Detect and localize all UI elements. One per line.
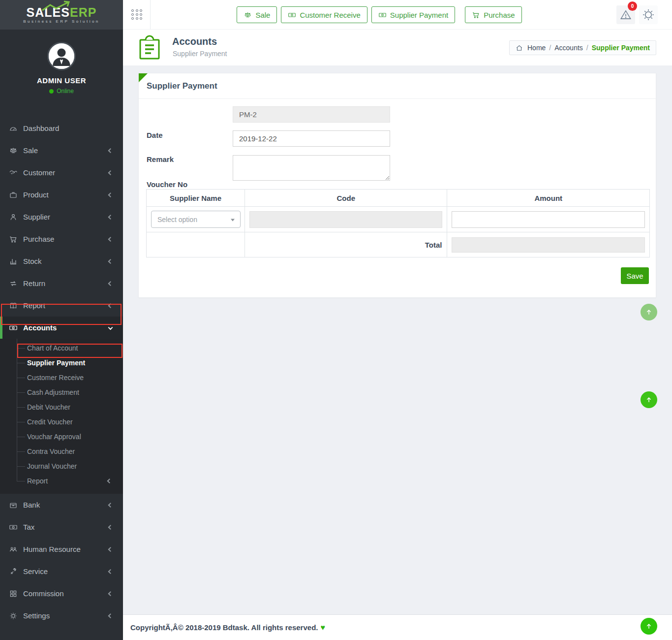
submenu-item-customer-receive[interactable]: Customer Receive xyxy=(0,370,123,385)
sidebar-item-label: Dashboard xyxy=(23,124,59,132)
brand-title: SALESERP xyxy=(27,6,97,18)
save-button[interactable]: Save xyxy=(621,267,649,284)
money-icon xyxy=(9,323,18,332)
scroll-to-top-button[interactable] xyxy=(641,304,657,320)
sidebar-item-purchase[interactable]: Purchase xyxy=(0,228,123,250)
submenu-item-supplier-payment[interactable]: Supplier Payment xyxy=(0,355,123,370)
submenu-item-report[interactable]: Report xyxy=(0,474,123,488)
user-status: Online xyxy=(0,88,123,95)
chevron-left-icon xyxy=(108,192,113,197)
brand-tagline: Business ERP Solution xyxy=(23,19,100,24)
breadcrumb: Home / Accounts / Supplier Payment xyxy=(509,40,656,55)
accounts-submenu: Chart of Account Supplier Payment Custom… xyxy=(0,339,123,494)
sidebar-item-human-resource[interactable]: Human Resource xyxy=(0,538,123,560)
arrow-up-icon xyxy=(645,396,653,404)
chevron-left-icon xyxy=(108,525,113,530)
user-profile: ADMIN USER Online xyxy=(0,42,123,117)
sidebar-item-return[interactable]: Return xyxy=(0,272,123,294)
arrow-up-icon xyxy=(645,622,653,630)
sidebar-item-dashboard[interactable]: Dashboard xyxy=(0,117,123,139)
topbar: Sale Customer Receive Supplier Payment P… xyxy=(123,0,672,30)
breadcrumb-home[interactable]: Home xyxy=(527,44,546,52)
sidebar-item-report[interactable]: Report xyxy=(0,294,123,317)
submenu-item-cash-adjustment[interactable]: Cash Adjustment xyxy=(0,385,123,400)
notification-badge: 0 xyxy=(628,1,637,11)
sidebar-item-tax[interactable]: Tax xyxy=(0,516,123,538)
sidebar-item-service[interactable]: Service xyxy=(0,560,123,582)
customer-receive-button[interactable]: Customer Receive xyxy=(281,6,367,23)
remark-textarea[interactable] xyxy=(233,155,390,181)
user-name: ADMIN USER xyxy=(0,76,123,85)
sidebar-item-bank[interactable]: Bank xyxy=(0,494,123,516)
scroll-to-top-button[interactable] xyxy=(641,391,657,408)
sidebar-item-accounts[interactable]: Accounts xyxy=(0,317,123,339)
gear-icon xyxy=(9,611,18,620)
footer: CopyrightÃ‚Â© 2018-2019 Bdtask. All righ… xyxy=(123,614,672,640)
purchase-button[interactable]: Purchase xyxy=(465,6,521,23)
money-icon xyxy=(378,11,387,19)
submenu-label: Vouchar Approval xyxy=(27,433,81,441)
submenu-item-credit-voucher[interactable]: Credit Voucher xyxy=(0,415,123,429)
scroll-to-top-button[interactable] xyxy=(641,618,657,635)
submenu-label: Debit Voucher xyxy=(27,403,70,411)
cart-icon xyxy=(9,235,18,244)
sidebar-item-product[interactable]: Product xyxy=(0,184,123,206)
sidebar-item-supplier[interactable]: Supplier xyxy=(0,206,123,228)
sidebar: SALESERP Business ERP Solution ADMIN USE… xyxy=(0,0,123,640)
clipboard-icon xyxy=(138,35,161,61)
submenu-item-debit-voucher[interactable]: Debit Voucher xyxy=(0,400,123,415)
sidebar-item-label: Commission xyxy=(23,589,64,598)
menu-grid-icon[interactable] xyxy=(131,9,143,20)
supplier-payment-button-label: Supplier Payment xyxy=(390,11,448,19)
code-input[interactable] xyxy=(249,211,442,228)
sidebar-item-sale[interactable]: Sale xyxy=(0,139,123,161)
sale-button-label: Sale xyxy=(255,11,270,19)
brand-logo[interactable]: SALESERP Business ERP Solution xyxy=(0,0,123,30)
copyright-text: CopyrightÃ‚Â© 2018-2019 Bdtask. All righ… xyxy=(130,623,318,632)
breadcrumb-accounts[interactable]: Accounts xyxy=(554,44,583,52)
sidebar-item-label: Settings xyxy=(23,611,50,620)
table-row: Select option xyxy=(147,207,650,232)
dashboard-gauge-icon xyxy=(9,124,18,133)
chevron-down-icon xyxy=(108,325,113,330)
submenu-item-journal-voucher[interactable]: Journal Voucher xyxy=(0,459,123,474)
sidebar-item-customer[interactable]: Customer xyxy=(0,161,123,184)
submenu-label: Journal Voucher xyxy=(27,462,77,470)
sidebar-item-label: Customer xyxy=(23,168,55,177)
chevron-left-icon xyxy=(108,613,113,618)
sidebar-item-label: Report xyxy=(23,301,45,310)
submenu-item-chart-of-account[interactable]: Chart of Account xyxy=(0,341,123,355)
gear-icon xyxy=(641,7,656,22)
submenu-label: Credit Voucher xyxy=(27,418,73,426)
sidebar-item-label: Sale xyxy=(23,146,38,155)
avatar[interactable] xyxy=(47,42,76,70)
growth-arrow-icon xyxy=(40,0,75,11)
sidebar-item-label: Product xyxy=(23,191,49,199)
submenu-item-vouchar-approval[interactable]: Vouchar Approval xyxy=(0,429,123,444)
sale-button[interactable]: Sale xyxy=(237,6,277,23)
amount-input[interactable] xyxy=(452,211,645,228)
sidebar-item-settings[interactable]: Settings xyxy=(0,605,123,627)
total-input[interactable] xyxy=(452,237,645,253)
chevron-left-icon xyxy=(108,148,113,153)
chevron-left-icon xyxy=(108,503,113,508)
date-input[interactable] xyxy=(233,130,390,147)
voucher-no-input[interactable] xyxy=(233,106,390,123)
supplier-select[interactable]: Select option xyxy=(151,211,241,228)
sidebar-item-commission[interactable]: Commission xyxy=(0,582,123,605)
submenu-label: Supplier Payment xyxy=(27,359,85,367)
customer-receive-button-label: Customer Receive xyxy=(300,11,360,19)
panel-fold-corner xyxy=(139,73,148,82)
supplier-payment-button[interactable]: Supplier Payment xyxy=(371,6,455,23)
submenu-item-contra-voucher[interactable]: Contra Voucher xyxy=(0,444,123,459)
submenu-label: Report xyxy=(27,477,48,485)
submenu-label: Cash Adjustment xyxy=(27,388,79,396)
payment-table: Supplier Name Code Amount Select option … xyxy=(146,189,650,257)
briefcase-icon xyxy=(9,191,18,199)
breadcrumb-current: Supplier Payment xyxy=(592,44,650,52)
sidebar-item-stock[interactable]: Stock xyxy=(0,250,123,272)
chevron-left-icon xyxy=(108,281,113,286)
settings-button[interactable] xyxy=(639,5,658,24)
total-row: Total xyxy=(147,232,650,257)
breadcrumb-separator: / xyxy=(549,44,551,52)
